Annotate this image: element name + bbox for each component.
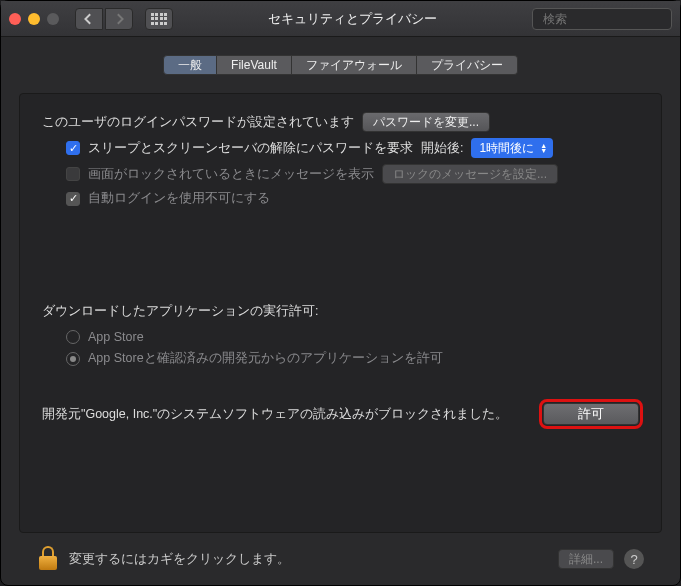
help-button[interactable]: ? <box>624 549 644 569</box>
require-password-delay-select[interactable]: 1時間後に ▲▼ <box>471 138 553 158</box>
change-password-button[interactable]: パスワードを変更... <box>362 112 490 132</box>
show-lock-message-checkbox <box>66 167 80 181</box>
tab-filevault[interactable]: FileVault <box>217 55 292 75</box>
blocked-software-row: 開発元"Google, Inc."のシステムソフトウェアの読み込みがブロックされ… <box>42 403 639 425</box>
downloads-section-title: ダウンロードしたアプリケーションの実行許可: <box>42 303 639 320</box>
tab-general[interactable]: 一般 <box>163 55 217 75</box>
login-pw-status: このユーザのログインパスワードが設定されています <box>42 114 354 131</box>
stepper-icon: ▲▼ <box>540 143 547 153</box>
tab-firewall[interactable]: ファイアウォール <box>292 55 417 75</box>
begins-label: 開始後: <box>421 140 463 157</box>
allow-identified-label: App Storeと確認済みの開発元からのアプリケーションを許可 <box>88 350 443 367</box>
window-title: セキュリティとプライバシー <box>181 10 524 28</box>
set-lock-message-button: ロックのメッセージを設定... <box>382 164 558 184</box>
allow-identified-radio <box>66 352 80 366</box>
lock-hint-text: 変更するにはカギをクリックします。 <box>69 551 548 568</box>
traffic-lights <box>9 13 59 25</box>
show-lock-message-label: 画面がロックされているときにメッセージを表示 <box>88 166 374 183</box>
search-field[interactable] <box>532 8 672 30</box>
tab-bar: 一般 FileVault ファイアウォール プライバシー <box>19 55 662 75</box>
titlebar: セキュリティとプライバシー <box>1 1 680 37</box>
nav-buttons <box>75 8 133 30</box>
require-password-label: スリープとスクリーンセーバの解除にパスワードを要求 <box>88 140 413 157</box>
delay-value: 1時間後に <box>479 140 534 157</box>
general-panel: このユーザのログインパスワードが設定されています パスワードを変更... スリー… <box>19 93 662 533</box>
forward-button <box>105 8 133 30</box>
search-input[interactable] <box>543 12 681 26</box>
disable-autologin-checkbox <box>66 192 80 206</box>
allow-appstore-label: App Store <box>88 330 144 344</box>
content-area: 一般 FileVault ファイアウォール プライバシー このユーザのログインパ… <box>1 37 680 585</box>
require-password-checkbox[interactable] <box>66 141 80 155</box>
grid-icon <box>151 13 168 25</box>
prefs-window: セキュリティとプライバシー 一般 FileVault ファイアウォール プライバ… <box>0 0 681 586</box>
show-all-button[interactable] <box>145 8 173 30</box>
allow-button[interactable]: 許可 <box>543 403 639 425</box>
lock-icon[interactable] <box>37 546 59 572</box>
maximize-icon <box>47 13 59 25</box>
blocked-software-text: 開発元"Google, Inc."のシステムソフトウェアの読み込みがブロックされ… <box>42 405 529 424</box>
advanced-button: 詳細... <box>558 549 614 569</box>
footer: 変更するにはカギをクリックします。 詳細... ? <box>19 533 662 585</box>
back-button[interactable] <box>75 8 103 30</box>
minimize-icon[interactable] <box>28 13 40 25</box>
disable-autologin-label: 自動ログインを使用不可にする <box>88 190 270 207</box>
tab-privacy[interactable]: プライバシー <box>417 55 518 75</box>
close-icon[interactable] <box>9 13 21 25</box>
allow-appstore-radio <box>66 330 80 344</box>
